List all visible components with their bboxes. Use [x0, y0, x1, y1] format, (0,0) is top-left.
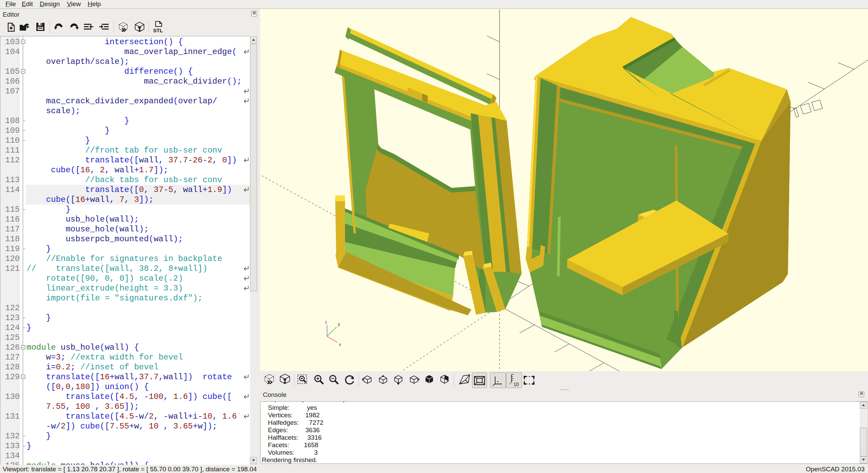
- svg-text:10: 10: [513, 382, 519, 387]
- svg-text:y: y: [338, 322, 340, 327]
- svg-text:STL: STL: [153, 28, 163, 33]
- svg-text:z: z: [325, 320, 327, 325]
- svg-text:x: x: [339, 342, 341, 347]
